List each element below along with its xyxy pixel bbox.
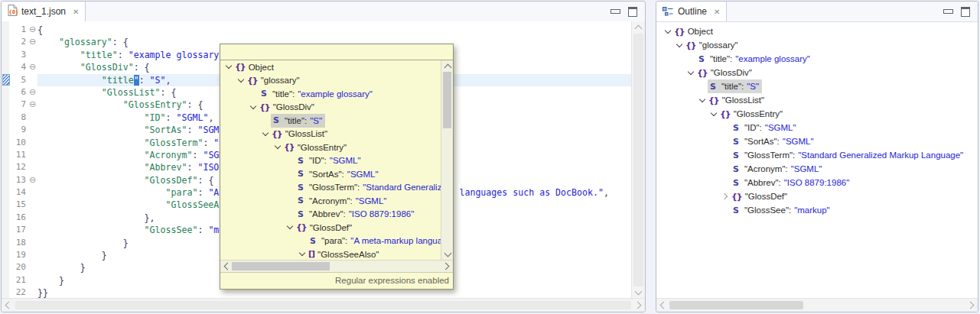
tree-row[interactable]: {}"GlossDiv" (659, 66, 976, 79)
tree-node[interactable]: S"Abbrev":"ISO 8879:1986" (731, 176, 852, 189)
expander[interactable] (235, 79, 246, 82)
tree-node[interactable]: S"title":"example glossary" (259, 87, 376, 101)
expander[interactable] (223, 66, 234, 68)
scroll-right-icon[interactable] (442, 263, 450, 270)
tree-row[interactable]: {}"glossary" (659, 38, 976, 52)
tree-node[interactable]: {}"GlossEntry" (719, 107, 786, 121)
expander[interactable] (284, 226, 295, 228)
tree-node[interactable]: S"GlossTerm":"Standard Generalized Marku… (295, 181, 441, 195)
scroll-left-icon[interactable] (660, 302, 668, 309)
tree-node[interactable]: S"para":"A meta-markup language, used to… (308, 235, 441, 248)
code-line[interactable]: { (37, 24, 631, 36)
tree-node[interactable]: S"title":"example glossary" (696, 52, 813, 66)
popup-hscrollbar[interactable] (220, 260, 453, 272)
expander[interactable] (296, 253, 308, 255)
fold-collapse-icon[interactable]: ⊖ (28, 36, 37, 48)
tree-node[interactable]: []"GlossSeeAlso" (308, 248, 382, 261)
chevron-down-icon[interactable] (262, 130, 268, 136)
chevron-right-icon[interactable] (721, 193, 727, 199)
popup-tree[interactable]: {}Object{}"glossary"S"title":"example gl… (220, 60, 441, 261)
tree-row[interactable]: S"GlossTerm":"Standard Generalized Marku… (659, 148, 976, 162)
chevron-down-icon[interactable] (298, 250, 304, 256)
chevron-down-icon[interactable] (698, 95, 705, 102)
tree-row[interactable]: {}"GlossList" (220, 128, 441, 141)
chevron-down-icon[interactable] (710, 109, 716, 115)
scroll-right-icon[interactable] (967, 302, 975, 309)
maximize-icon[interactable] (628, 7, 637, 17)
tree-row[interactable]: S"Acronym":"SGML" (659, 162, 976, 176)
editor-hscrollbar[interactable] (2, 298, 645, 312)
scroll-left-icon[interactable] (224, 263, 232, 270)
tree-node[interactable]: {}"GlossDiv" (259, 101, 317, 115)
tree-node[interactable]: {}"GlossList" (271, 128, 330, 141)
tree-node[interactable]: {}"GlossList" (708, 93, 767, 107)
scroll-up-icon[interactable] (635, 25, 643, 33)
scroll-up-icon[interactable] (444, 64, 452, 72)
tab-text-1-json[interactable]: {0} text_1.json ✕ (2, 2, 86, 21)
folding-ruler[interactable]: ⊖⊖ ⊖ ⊖⊖ ⊖ (28, 21, 37, 299)
chevron-down-icon[interactable] (249, 103, 256, 109)
tree-node[interactable]: {}"glossary" (685, 38, 741, 52)
fold-collapse-icon[interactable]: ⊖ (28, 61, 37, 73)
line-number-ruler[interactable]: 12345678910111213141516171819202122 (9, 21, 28, 299)
tree-node[interactable]: S"ID":"SGML" (731, 121, 799, 134)
tree-node[interactable]: S"Acronym":"SGML" (731, 162, 825, 176)
close-icon[interactable]: ✕ (714, 8, 720, 16)
tree-row[interactable]: S"Abbrev":"ISO 8879:1986" (659, 176, 976, 189)
editor-vscrollbar[interactable] (631, 21, 645, 299)
scroll-left-icon[interactable] (5, 302, 13, 309)
tree-row[interactable]: {}"glossary" (220, 74, 441, 88)
tree-row[interactable]: S"SortAs":"SGML" (659, 134, 976, 148)
minimize-icon[interactable] (610, 9, 620, 14)
popup-filter-input[interactable] (220, 44, 453, 60)
popup-vscrollbar[interactable] (441, 60, 453, 261)
tree-row[interactable]: S"title":"S" (220, 114, 441, 128)
tree-row[interactable]: {}"GlossEntry" (659, 107, 976, 121)
tree-node[interactable]: {}"GlossDef" (731, 189, 790, 203)
outline-tree[interactable]: {}Object{}"glossary"S"title":"example gl… (659, 24, 976, 298)
tree-row[interactable]: S"ID":"SGML" (220, 154, 441, 168)
tree-node[interactable]: {}Object (234, 60, 277, 74)
tree-node[interactable]: {}"GlossDef" (295, 221, 355, 235)
tree-row[interactable]: S"GlossTerm":"Standard Generalized Marku… (220, 181, 441, 195)
tree-node[interactable]: S"title":"S" (708, 79, 762, 93)
tree-node[interactable]: S"ID":"SGML" (295, 154, 364, 168)
expander[interactable] (259, 133, 271, 135)
tree-row[interactable]: {}Object (659, 24, 976, 38)
fold-collapse-icon[interactable]: ⊖ (28, 86, 37, 99)
tree-row[interactable]: {}"GlossDef" (220, 221, 441, 235)
scroll-right-icon[interactable] (634, 302, 642, 309)
maximize-icon[interactable] (961, 7, 970, 17)
tree-node[interactable]: S"Abbrev":"ISO 8879:1986" (295, 208, 417, 222)
hscroll-thumb[interactable] (669, 301, 803, 309)
tree-node[interactable]: {}"glossary" (246, 74, 303, 88)
tree-node[interactable]: {}"GlossDiv" (696, 66, 755, 79)
tree-node[interactable]: S"SortAs":"SGML" (731, 134, 817, 148)
tree-row[interactable]: S"title":"example glossary" (659, 52, 976, 66)
tree-node[interactable]: {}"GlossEntry" (283, 141, 350, 154)
expander[interactable] (685, 72, 696, 74)
tree-row[interactable]: S"ID":"SGML" (659, 121, 976, 134)
tree-node[interactable]: S"SortAs":"SGML" (295, 167, 382, 181)
fold-collapse-icon[interactable]: ⊖ (28, 174, 37, 186)
outline-hscrollbar[interactable] (656, 298, 978, 312)
chevron-down-icon[interactable] (286, 223, 292, 229)
popup-hscroll-thumb[interactable] (232, 262, 330, 270)
tree-row[interactable]: {}"GlossDef" (659, 189, 976, 203)
tree-node[interactable]: S"GlossTerm":"Standard Generalized Marku… (731, 148, 966, 162)
fold-collapse-icon[interactable]: ⊖ (28, 24, 37, 36)
fold-collapse-icon[interactable]: ⊖ (28, 99, 37, 111)
chevron-down-icon[interactable] (676, 40, 682, 47)
scroll-down-icon[interactable] (635, 288, 643, 296)
tree-row[interactable]: {}"GlossEntry" (220, 141, 441, 154)
tab-outline[interactable]: Outline ✕ (656, 2, 727, 21)
annotation-ruler[interactable] (2, 21, 9, 299)
minimize-icon[interactable] (943, 9, 953, 14)
expander[interactable] (696, 99, 708, 102)
chevron-down-icon[interactable] (687, 68, 693, 74)
tree-row[interactable]: S"title":"S" (659, 79, 976, 93)
vscroll-thumb[interactable] (633, 34, 643, 286)
expander[interactable] (708, 113, 719, 115)
tree-row[interactable]: {}Object (220, 60, 441, 74)
tree-row[interactable]: S"Abbrev":"ISO 8879:1986" (220, 208, 441, 222)
